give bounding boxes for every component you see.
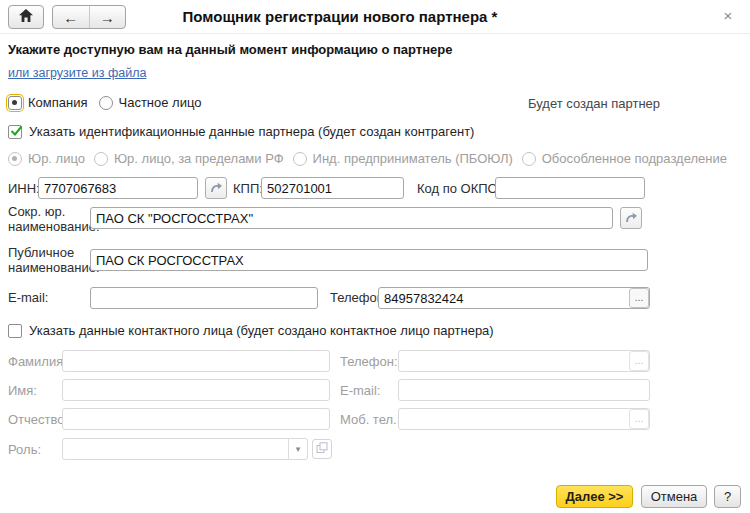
contact-phone-input (398, 350, 650, 372)
radio-legal-entity-label: Юр. лицо (28, 151, 85, 166)
email-input[interactable] (90, 287, 318, 309)
radio-separate-division: Обособленное подразделение (522, 151, 727, 166)
partner-registration-window: ← → Помощник регистрации нового партнера… (0, 0, 750, 513)
will-create-partner-note: Будет создан партнер (528, 96, 660, 111)
middle-name-label: Отчество: (8, 412, 68, 427)
fill-arrow-icon (209, 180, 223, 197)
phone-more-button[interactable]: ... (629, 288, 649, 308)
email-label: E-mail: (8, 290, 48, 305)
last-name-input (62, 350, 330, 372)
kpp-label: КПП: (233, 181, 263, 196)
radio-selected-icon (8, 152, 22, 166)
open-list-icon (316, 442, 328, 457)
close-icon: × (724, 7, 733, 24)
radio-company[interactable]: Компания (8, 95, 88, 110)
ellipsis-icon: ... (634, 291, 643, 303)
radio-entrepreneur-label: Инд. предприниматель (ПБОЮЛ) (313, 151, 513, 166)
role-label: Роль: (8, 442, 41, 457)
role-field-wrap: ▾ (62, 438, 308, 460)
fill-arrow-icon (624, 210, 638, 227)
help-button[interactable]: ? (714, 485, 741, 508)
phone-field-wrap: ... (378, 287, 650, 309)
inn-label: ИНН: (8, 181, 40, 196)
radio-unselected-icon (94, 152, 108, 166)
header-divider (0, 33, 750, 34)
ellipsis-icon: ... (634, 354, 643, 366)
last-name-label: Фамилия: (8, 354, 67, 369)
ellipsis-icon: ... (634, 412, 643, 424)
radio-entrepreneur: Инд. предприниматель (ПБОЮЛ) (293, 151, 513, 166)
partner-type-radio-group: Компания Частное лицо (8, 95, 201, 110)
radio-selected-icon (8, 96, 22, 110)
checkbox-contact-person-label: Указать данные контактного лица (будет с… (29, 323, 494, 338)
checkbox-identification-data[interactable]: Указать идентификационные данные партнер… (8, 124, 474, 139)
role-input (62, 438, 308, 460)
mobile-phone-more-button: ... (629, 409, 649, 429)
okpo-label: Код по ОКПО: (417, 181, 501, 196)
chevron-down-icon: ▾ (288, 439, 307, 459)
radio-private-person-label: Частное лицо (119, 95, 202, 110)
radio-unselected-icon (99, 96, 113, 110)
mobile-phone-label: Моб. тел.: (340, 412, 400, 427)
instruction-text: Укажите доступную вам на данный момент и… (8, 42, 452, 57)
fill-by-inn-button[interactable] (205, 177, 227, 199)
public-name-label: Публичное наименование: (8, 246, 88, 276)
role-open-list-button (312, 439, 332, 459)
inn-input[interactable] (38, 177, 198, 199)
contact-phone-more-button: ... (629, 351, 649, 371)
radio-private-person[interactable]: Частное лицо (99, 95, 202, 110)
close-button[interactable]: × (716, 5, 740, 25)
mobile-phone-input (398, 408, 650, 430)
radio-unselected-icon (293, 152, 307, 166)
contact-email-input (398, 379, 650, 401)
contact-phone-label: Телефон: (340, 354, 398, 369)
short-legal-name-input[interactable] (90, 207, 613, 229)
checkbox-contact-person[interactable]: Указать данные контактного лица (будет с… (8, 323, 494, 338)
radio-unselected-icon (522, 152, 536, 166)
first-name-label: Имя: (8, 383, 37, 398)
radio-company-label: Компания (28, 95, 88, 110)
radio-legal-entity: Юр. лицо (8, 151, 85, 166)
public-name-input[interactable] (90, 249, 648, 271)
contact-email-label: E-mail: (340, 383, 380, 398)
fill-name-button[interactable] (620, 207, 642, 229)
short-legal-name-label: Сокр. юр. наименование: (8, 205, 88, 235)
checkbox-checked-icon (8, 125, 22, 139)
checkbox-unchecked-icon (8, 324, 22, 338)
contact-phone-field-wrap: ... (398, 350, 650, 372)
phone-input[interactable] (378, 287, 650, 309)
entity-type-radio-group: Юр. лицо Юр. лицо, за пределами РФ Инд. … (8, 151, 727, 166)
radio-legal-foreign-label: Юр. лицо, за пределами РФ (114, 151, 284, 166)
middle-name-input (62, 408, 330, 430)
load-from-file-link[interactable]: или загрузите из файла (8, 66, 146, 80)
mobile-phone-field-wrap: ... (398, 408, 650, 430)
next-button[interactable]: Далее >> (556, 485, 633, 508)
radio-legal-foreign: Юр. лицо, за пределами РФ (94, 151, 284, 166)
checkbox-identification-label: Указать идентификационные данные партнер… (29, 124, 474, 139)
okpo-input[interactable] (495, 177, 645, 199)
first-name-input (62, 379, 330, 401)
kpp-input[interactable] (261, 177, 404, 199)
radio-separate-division-label: Обособленное подразделение (542, 151, 727, 166)
page-title: Помощник регистрации нового партнера * (0, 8, 680, 25)
cancel-button[interactable]: Отмена (641, 485, 707, 508)
